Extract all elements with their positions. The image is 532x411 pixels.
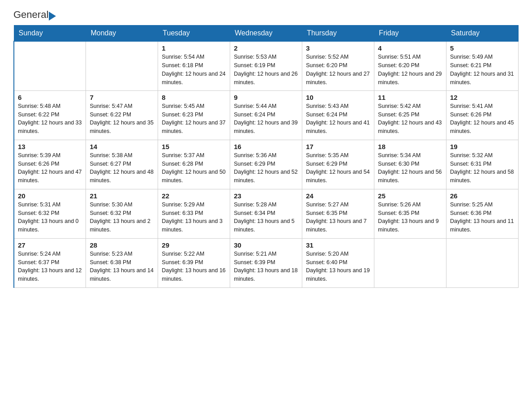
day-number: 9 bbox=[234, 94, 298, 101]
calendar-cell: 25Sunrise: 5:26 AMSunset: 6:35 PMDayligh… bbox=[374, 189, 446, 238]
day-info: Sunrise: 5:37 AMSunset: 6:28 PMDaylight:… bbox=[162, 151, 226, 185]
calendar-week-4: 20Sunrise: 5:31 AMSunset: 6:32 PMDayligh… bbox=[14, 189, 519, 238]
day-number: 21 bbox=[90, 192, 154, 200]
day-info: Sunrise: 5:38 AMSunset: 6:27 PMDaylight:… bbox=[90, 151, 154, 185]
calendar-cell: 31Sunrise: 5:20 AMSunset: 6:40 PMDayligh… bbox=[302, 238, 374, 287]
day-info: Sunrise: 5:20 AMSunset: 6:40 PMDaylight:… bbox=[306, 250, 370, 283]
calendar-cell: 4Sunrise: 5:51 AMSunset: 6:20 PMDaylight… bbox=[374, 41, 446, 90]
day-number: 26 bbox=[450, 192, 515, 200]
calendar-cell: 18Sunrise: 5:34 AMSunset: 6:30 PMDayligh… bbox=[374, 140, 446, 189]
day-number: 6 bbox=[18, 94, 82, 101]
day-number: 28 bbox=[90, 241, 154, 249]
calendar-cell bbox=[14, 41, 86, 90]
calendar-cell: 3Sunrise: 5:52 AMSunset: 6:20 PMDaylight… bbox=[302, 41, 374, 90]
day-number: 10 bbox=[306, 94, 370, 101]
day-number: 23 bbox=[234, 192, 298, 200]
day-info: Sunrise: 5:42 AMSunset: 6:25 PMDaylight:… bbox=[378, 102, 442, 136]
day-number: 19 bbox=[450, 143, 515, 150]
calendar-cell: 30Sunrise: 5:21 AMSunset: 6:39 PMDayligh… bbox=[230, 238, 302, 287]
day-number: 22 bbox=[162, 192, 226, 200]
day-number: 1 bbox=[162, 44, 226, 52]
weekday-header-monday: Monday bbox=[86, 26, 158, 42]
day-info: Sunrise: 5:23 AMSunset: 6:38 PMDaylight:… bbox=[90, 250, 154, 283]
calendar-week-5: 27Sunrise: 5:24 AMSunset: 6:37 PMDayligh… bbox=[14, 238, 519, 287]
calendar-cell: 8Sunrise: 5:45 AMSunset: 6:23 PMDaylight… bbox=[158, 90, 230, 140]
day-info: Sunrise: 5:32 AMSunset: 6:31 PMDaylight:… bbox=[450, 151, 515, 185]
day-number: 20 bbox=[18, 192, 82, 200]
calendar-cell: 16Sunrise: 5:36 AMSunset: 6:29 PMDayligh… bbox=[230, 140, 302, 189]
day-info: Sunrise: 5:44 AMSunset: 6:24 PMDaylight:… bbox=[234, 102, 298, 136]
day-info: Sunrise: 5:54 AMSunset: 6:18 PMDaylight:… bbox=[162, 53, 226, 86]
day-info: Sunrise: 5:51 AMSunset: 6:20 PMDaylight:… bbox=[378, 53, 442, 86]
day-info: Sunrise: 5:28 AMSunset: 6:34 PMDaylight:… bbox=[234, 201, 298, 234]
calendar-cell: 5Sunrise: 5:49 AMSunset: 6:21 PMDaylight… bbox=[446, 41, 519, 90]
day-number: 3 bbox=[306, 44, 370, 52]
calendar-week-2: 6Sunrise: 5:48 AMSunset: 6:22 PMDaylight… bbox=[14, 90, 519, 140]
day-info: Sunrise: 5:45 AMSunset: 6:23 PMDaylight:… bbox=[162, 102, 226, 136]
calendar-cell: 13Sunrise: 5:39 AMSunset: 6:26 PMDayligh… bbox=[14, 140, 86, 189]
day-number: 8 bbox=[162, 94, 226, 101]
day-number: 5 bbox=[450, 44, 515, 52]
day-info: Sunrise: 5:22 AMSunset: 6:39 PMDaylight:… bbox=[162, 250, 226, 283]
day-number: 13 bbox=[18, 143, 82, 150]
day-number: 27 bbox=[18, 241, 82, 249]
day-info: Sunrise: 5:25 AMSunset: 6:36 PMDaylight:… bbox=[450, 201, 515, 234]
page-header: General bbox=[13, 9, 519, 21]
weekday-header-thursday: Thursday bbox=[302, 26, 374, 42]
calendar-cell: 11Sunrise: 5:42 AMSunset: 6:25 PMDayligh… bbox=[374, 90, 446, 140]
day-number: 24 bbox=[306, 192, 370, 200]
day-info: Sunrise: 5:49 AMSunset: 6:21 PMDaylight:… bbox=[450, 53, 515, 86]
weekday-header-sunday: Sunday bbox=[14, 26, 86, 42]
weekday-header-tuesday: Tuesday bbox=[158, 26, 230, 42]
calendar-cell: 6Sunrise: 5:48 AMSunset: 6:22 PMDaylight… bbox=[14, 90, 86, 140]
calendar-cell: 10Sunrise: 5:43 AMSunset: 6:24 PMDayligh… bbox=[302, 90, 374, 140]
day-info: Sunrise: 5:35 AMSunset: 6:29 PMDaylight:… bbox=[306, 151, 370, 185]
logo-arrow-icon bbox=[49, 12, 56, 21]
day-number: 25 bbox=[378, 192, 442, 200]
calendar-cell: 14Sunrise: 5:38 AMSunset: 6:27 PMDayligh… bbox=[86, 140, 158, 189]
day-info: Sunrise: 5:29 AMSunset: 6:33 PMDaylight:… bbox=[162, 201, 226, 234]
calendar-cell: 17Sunrise: 5:35 AMSunset: 6:29 PMDayligh… bbox=[302, 140, 374, 189]
day-number: 11 bbox=[378, 94, 442, 101]
calendar-cell: 26Sunrise: 5:25 AMSunset: 6:36 PMDayligh… bbox=[446, 189, 519, 238]
day-number: 18 bbox=[378, 143, 442, 150]
calendar-cell: 9Sunrise: 5:44 AMSunset: 6:24 PMDaylight… bbox=[230, 90, 302, 140]
day-number: 15 bbox=[162, 143, 226, 150]
day-number: 12 bbox=[450, 94, 515, 101]
day-info: Sunrise: 5:53 AMSunset: 6:19 PMDaylight:… bbox=[234, 53, 298, 86]
calendar-week-1: 1Sunrise: 5:54 AMSunset: 6:18 PMDaylight… bbox=[14, 41, 519, 90]
day-info: Sunrise: 5:30 AMSunset: 6:32 PMDaylight:… bbox=[90, 201, 154, 234]
calendar-cell: 1Sunrise: 5:54 AMSunset: 6:18 PMDaylight… bbox=[158, 41, 230, 90]
day-number: 29 bbox=[162, 241, 226, 249]
day-info: Sunrise: 5:41 AMSunset: 6:26 PMDaylight:… bbox=[450, 102, 515, 136]
day-info: Sunrise: 5:26 AMSunset: 6:35 PMDaylight:… bbox=[378, 201, 442, 234]
calendar-table: SundayMondayTuesdayWednesdayThursdayFrid… bbox=[13, 25, 519, 288]
day-info: Sunrise: 5:48 AMSunset: 6:22 PMDaylight:… bbox=[18, 102, 82, 136]
day-info: Sunrise: 5:24 AMSunset: 6:37 PMDaylight:… bbox=[18, 250, 82, 283]
day-number: 14 bbox=[90, 143, 154, 150]
weekday-header-row: SundayMondayTuesdayWednesdayThursdayFrid… bbox=[14, 26, 519, 42]
day-number: 4 bbox=[378, 44, 442, 52]
day-number: 31 bbox=[306, 241, 370, 249]
day-info: Sunrise: 5:27 AMSunset: 6:35 PMDaylight:… bbox=[306, 201, 370, 234]
calendar-cell: 7Sunrise: 5:47 AMSunset: 6:22 PMDaylight… bbox=[86, 90, 158, 140]
calendar-week-3: 13Sunrise: 5:39 AMSunset: 6:26 PMDayligh… bbox=[14, 140, 519, 189]
calendar-cell: 23Sunrise: 5:28 AMSunset: 6:34 PMDayligh… bbox=[230, 189, 302, 238]
calendar-cell bbox=[374, 238, 446, 287]
calendar-cell: 15Sunrise: 5:37 AMSunset: 6:28 PMDayligh… bbox=[158, 140, 230, 189]
weekday-header-saturday: Saturday bbox=[446, 26, 519, 42]
calendar-cell: 2Sunrise: 5:53 AMSunset: 6:19 PMDaylight… bbox=[230, 41, 302, 90]
calendar-header: SundayMondayTuesdayWednesdayThursdayFrid… bbox=[14, 26, 519, 42]
weekday-header-friday: Friday bbox=[374, 26, 446, 42]
day-info: Sunrise: 5:36 AMSunset: 6:29 PMDaylight:… bbox=[234, 151, 298, 185]
day-info: Sunrise: 5:47 AMSunset: 6:22 PMDaylight:… bbox=[90, 102, 154, 136]
logo-line1: General bbox=[13, 9, 56, 21]
calendar-cell: 29Sunrise: 5:22 AMSunset: 6:39 PMDayligh… bbox=[158, 238, 230, 287]
day-info: Sunrise: 5:31 AMSunset: 6:32 PMDaylight:… bbox=[18, 201, 82, 234]
day-number: 7 bbox=[90, 94, 154, 101]
calendar-cell: 19Sunrise: 5:32 AMSunset: 6:31 PMDayligh… bbox=[446, 140, 519, 189]
logo: General bbox=[13, 9, 56, 21]
day-info: Sunrise: 5:52 AMSunset: 6:20 PMDaylight:… bbox=[306, 53, 370, 86]
calendar-cell: 27Sunrise: 5:24 AMSunset: 6:37 PMDayligh… bbox=[14, 238, 86, 287]
calendar-cell: 28Sunrise: 5:23 AMSunset: 6:38 PMDayligh… bbox=[86, 238, 158, 287]
